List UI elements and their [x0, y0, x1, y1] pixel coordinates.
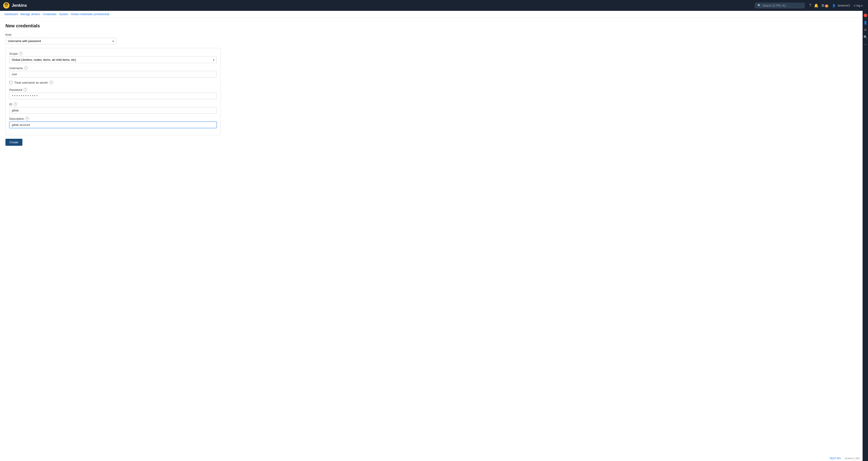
admin-monitor-badge: 2	[825, 4, 829, 7]
sidebar-add-icon[interactable]: ＋	[864, 42, 867, 47]
jenkins-logo-icon	[3, 2, 10, 9]
help-button[interactable]: ?	[809, 3, 811, 7]
nav-icons: ? 🔔 ⚙2	[809, 3, 828, 8]
breadcrumb-sep-1: ›	[19, 13, 20, 16]
breadcrumb-sep-2: ›	[41, 13, 42, 16]
kind-select-wrapper: Username with password SSH Username with…	[5, 38, 116, 44]
scope-help-icon[interactable]: ?	[19, 52, 23, 55]
svg-rect-4	[5, 3, 8, 4]
username-field-group: Username ?	[9, 66, 217, 78]
search-placeholder: Search (CTRL+K)	[763, 4, 786, 7]
user-icon: 👤	[832, 4, 836, 7]
treat-username-checkbox[interactable]	[9, 81, 12, 84]
breadcrumb-global-credentials[interactable]: Global credentials (unrestricted)	[71, 13, 110, 16]
breadcrumb-dashboard[interactable]: Dashboard	[4, 13, 18, 16]
logo-area: Jenkins	[3, 2, 27, 9]
kind-select[interactable]: Username with password SSH Username with…	[5, 38, 116, 44]
scope-box: Scope ? Global (Jenkins, nodes, items, a…	[5, 48, 221, 135]
breadcrumb-system[interactable]: System	[59, 13, 68, 16]
right-sidebar: 🔴 👤 ⚙ 🔍 ＋	[863, 0, 868, 151]
description-help-icon[interactable]: ?	[25, 117, 29, 120]
notification-button[interactable]: 🔔	[814, 3, 818, 8]
description-field-group: Description ?	[9, 117, 217, 128]
scope-field-group: Scope ? Global (Jenkins, nodes, items, a…	[9, 52, 217, 63]
breadcrumb: Dashboard › Manage Jenkins › Credentials…	[0, 11, 868, 18]
description-input[interactable]	[9, 122, 217, 128]
scope-label: Scope ?	[9, 52, 217, 55]
id-field-group: ID ?	[9, 102, 217, 114]
sidebar-search-icon[interactable]: 🔍	[864, 35, 867, 39]
navbar: Jenkins 🔍 Search (CTRL+K) ? 🔔 ⚙2 👤 Jenki…	[0, 0, 868, 11]
treat-username-label: Treat username as secret	[14, 81, 48, 84]
password-help-icon[interactable]: ?	[24, 88, 27, 92]
id-input[interactable]	[9, 107, 217, 114]
password-field-group: Password ?	[9, 88, 217, 99]
breadcrumb-credentials[interactable]: Credentials	[43, 13, 57, 16]
id-label: ID ?	[9, 102, 217, 106]
password-label: Password ?	[9, 88, 217, 92]
treat-username-help-icon[interactable]: ?	[50, 81, 53, 84]
breadcrumb-sep-4: ›	[69, 13, 70, 16]
page-title: New credentials	[5, 23, 221, 28]
search-box[interactable]: 🔍 Search (CTRL+K)	[755, 3, 805, 8]
id-help-icon[interactable]: ?	[13, 102, 17, 106]
description-label: Description ?	[9, 117, 217, 120]
user-area[interactable]: 👤 JenkinsCi	[832, 4, 850, 7]
password-input[interactable]	[9, 93, 217, 99]
kind-field-group: Kind Username with password SSH Username…	[5, 33, 221, 44]
scope-select-wrapper: Global (Jenkins, nodes, items, all child…	[9, 57, 217, 63]
sidebar-settings-icon[interactable]: ⚙	[864, 28, 867, 32]
breadcrumb-manage-jenkins[interactable]: Manage Jenkins	[20, 13, 40, 16]
breadcrumb-sep-5: ›	[110, 13, 111, 16]
sidebar-user-icon[interactable]: 👤	[864, 21, 867, 24]
jenkins-logo-text: Jenkins	[12, 3, 27, 8]
username-label: JenkinsCi	[837, 4, 850, 7]
breadcrumb-sep-3: ›	[57, 13, 58, 16]
logout-icon: ⎋	[854, 4, 856, 7]
username-input[interactable]	[9, 71, 217, 78]
scope-select[interactable]: Global (Jenkins, nodes, items, all child…	[9, 57, 217, 63]
username-label: Username ?	[9, 66, 217, 70]
username-help-icon[interactable]: ?	[24, 66, 28, 70]
search-icon: 🔍	[757, 4, 761, 7]
sidebar-alert-icon[interactable]: 🔴	[864, 13, 867, 17]
admin-monitor-button[interactable]: ⚙2	[821, 3, 829, 8]
main-content: New credentials Kind Username with passw…	[0, 18, 226, 151]
kind-label: Kind	[5, 33, 221, 36]
treat-username-row: Treat username as secret ?	[9, 81, 217, 84]
create-button[interactable]: Create	[5, 139, 22, 146]
